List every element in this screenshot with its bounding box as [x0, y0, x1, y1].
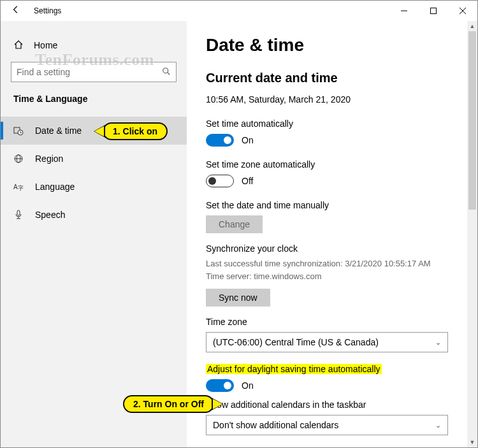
current-datetime: 10:56 AM, Saturday, March 21, 2020 [206, 94, 448, 105]
minimize-button[interactable] [389, 1, 419, 21]
microphone-icon [13, 210, 24, 220]
sidebar-item-region[interactable]: Region [1, 145, 187, 173]
sidebar-item-label: Language [35, 182, 75, 192]
label-timezone: Time zone [206, 317, 448, 327]
svg-text:A: A [13, 184, 18, 191]
sidebar-item-label: Speech [35, 210, 65, 220]
toggle-state: On [242, 380, 254, 391]
label-sync: Synchronize your clock [206, 243, 448, 254]
globe-icon [13, 154, 24, 164]
search-icon [162, 67, 171, 78]
change-button[interactable]: Change [206, 215, 263, 233]
category-title: Time & Language [1, 94, 187, 104]
svg-rect-1 [431, 8, 437, 14]
label-set-time-auto: Set time automatically [206, 119, 448, 129]
toggle-set-tz-auto[interactable] [206, 175, 234, 187]
scroll-down-arrow[interactable]: ▼ [467, 437, 477, 447]
label-calendars: Show additional calendars in the taskbar [206, 400, 448, 410]
chevron-down-icon: ⌄ [435, 421, 441, 430]
chevron-down-icon: ⌄ [435, 338, 441, 347]
toggle-set-time-auto[interactable] [206, 134, 234, 147]
timezone-dropdown[interactable]: (UTC-06:00) Central Time (US & Canada) ⌄ [206, 332, 448, 352]
language-icon: A字 [13, 182, 24, 192]
scrollbar-thumb[interactable] [468, 31, 476, 210]
calendars-value: Don't show additional calendars [213, 420, 338, 430]
label-dst: Adjust for daylight saving time automati… [206, 364, 448, 374]
sync-now-button[interactable]: Sync now [206, 289, 270, 307]
sidebar-item-label: Date & time [35, 126, 82, 136]
maximize-button[interactable] [419, 1, 448, 21]
label-manual: Set the date and time manually [206, 200, 448, 210]
scroll-up-arrow[interactable]: ▲ [467, 21, 477, 31]
back-button[interactable] [6, 5, 26, 17]
section-current: Current date and time [206, 71, 448, 85]
search-box[interactable] [11, 62, 177, 82]
sync-server: Time server: time.windows.com [206, 270, 448, 283]
sync-last: Last successful time synchronization: 3/… [206, 257, 448, 270]
timezone-value: (UTC-06:00) Central Time (US & Canada) [213, 337, 379, 347]
page-heading: Date & time [206, 35, 448, 55]
sidebar-item-date-time[interactable]: Date & time [1, 117, 187, 145]
svg-text:字: 字 [18, 185, 24, 191]
label-set-tz-auto: Set time zone automatically [206, 159, 448, 170]
close-button[interactable] [448, 1, 477, 21]
sidebar-item-language[interactable]: A字 Language [1, 173, 187, 201]
clock-calendar-icon [13, 126, 24, 136]
svg-line-5 [168, 72, 170, 75]
home-link[interactable]: Home [1, 34, 187, 57]
main-content: Date & time Current date and time 10:56 … [187, 21, 467, 447]
home-label: Home [34, 40, 57, 50]
window-title: Settings [34, 6, 61, 15]
home-icon [13, 40, 24, 52]
calendars-dropdown[interactable]: Don't show additional calendars ⌄ [206, 415, 448, 435]
sidebar: Home Time & Language Date & time Region … [1, 21, 187, 447]
vertical-scrollbar[interactable]: ▲ ▼ [467, 21, 477, 447]
sidebar-item-label: Region [35, 154, 63, 164]
toggle-state: On [242, 135, 254, 145]
toggle-dst[interactable] [206, 379, 234, 392]
toggle-state: Off [242, 176, 253, 186]
search-input[interactable] [17, 67, 162, 77]
sidebar-item-speech[interactable]: Speech [1, 201, 187, 229]
svg-rect-15 [17, 210, 20, 215]
svg-point-4 [163, 68, 168, 73]
title-bar: Settings [1, 1, 477, 21]
